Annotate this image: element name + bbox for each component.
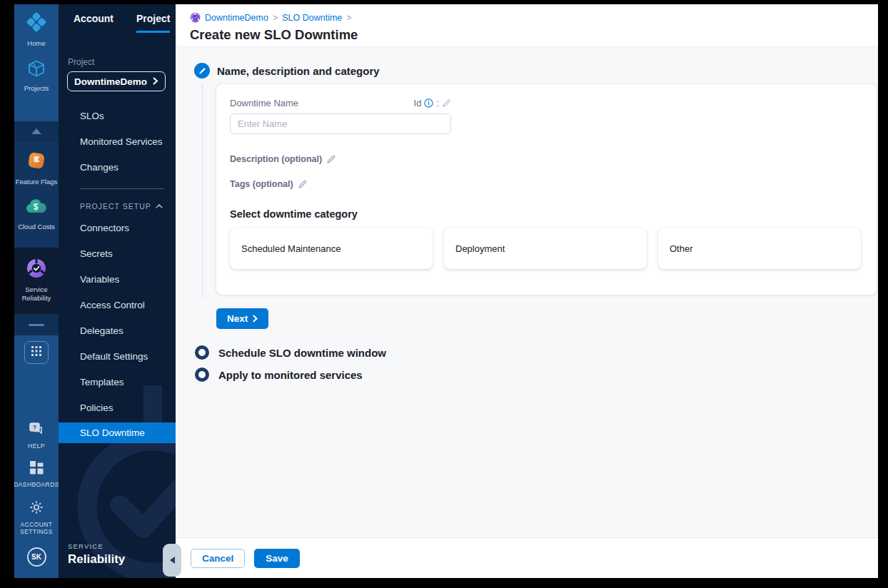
save-button[interactable]: Save bbox=[254, 549, 300, 568]
service-reliability-icon bbox=[26, 258, 47, 282]
nav-help[interactable]: ? HELP bbox=[28, 422, 45, 450]
sidebar-item-slos[interactable]: SLOs bbox=[59, 103, 176, 128]
module-name: Reliability bbox=[68, 552, 125, 567]
step-1-form-card: Downtime Name Id : Description (op bbox=[216, 84, 877, 295]
sidebar-item-variables[interactable]: Variables bbox=[59, 266, 176, 292]
nav-help-label: HELP bbox=[28, 442, 45, 450]
breadcrumb-section-link[interactable]: SLO Downtime bbox=[282, 13, 342, 23]
project-setup-section-header[interactable]: PROJECT SETUP bbox=[59, 192, 176, 215]
nav-home-label: Home bbox=[27, 39, 45, 48]
next-button-label: Next bbox=[227, 313, 248, 324]
step-2-bullet-icon bbox=[195, 345, 209, 360]
svg-text:$: $ bbox=[34, 201, 39, 211]
sidebar-item-changes[interactable]: Changes bbox=[59, 154, 176, 180]
dashboards-icon bbox=[30, 461, 44, 477]
step-2-title: Schedule SLO downtime window bbox=[218, 347, 386, 359]
rail-scroll-down[interactable] bbox=[14, 314, 59, 335]
tab-project[interactable]: Project bbox=[136, 13, 170, 33]
scope-tabs: Account Project bbox=[59, 4, 176, 33]
edit-description-pencil-icon bbox=[326, 154, 336, 164]
scroll-indicator-dash bbox=[29, 324, 44, 326]
description-toggle[interactable]: Description (optional) bbox=[230, 154, 861, 164]
rail-scroll-up[interactable] bbox=[14, 121, 59, 141]
nav-service-reliability-label: ServiceReliability bbox=[22, 285, 51, 303]
sidebar-item-policies[interactable]: Policies bbox=[59, 395, 176, 420]
sidebar-item-secrets[interactable]: Secrets bbox=[59, 240, 176, 266]
next-button[interactable]: Next bbox=[216, 308, 268, 329]
wizard-step-2-header[interactable]: Schedule SLO downtime window bbox=[195, 345, 878, 360]
project-selector[interactable]: DowntimeDemo bbox=[67, 71, 166, 91]
main-content: DowntimeDemo > SLO Downtime > Create new… bbox=[176, 4, 878, 578]
downtime-name-input[interactable] bbox=[230, 113, 451, 134]
collapse-left-icon bbox=[170, 557, 175, 564]
category-card-scheduled-maintenance[interactable]: Scheduled Maintenance bbox=[230, 228, 433, 269]
nav-projects[interactable]: Projects bbox=[14, 59, 59, 93]
gear-icon bbox=[29, 500, 44, 517]
nav-home[interactable]: Home bbox=[14, 11, 59, 48]
sidebar-item-default-settings[interactable]: Default Settings bbox=[59, 343, 176, 369]
category-card-other[interactable]: Other bbox=[658, 228, 861, 269]
name-label-row: Downtime Name Id : bbox=[230, 98, 451, 108]
id-group: Id : bbox=[414, 98, 451, 108]
edit-id-pencil-icon[interactable] bbox=[442, 98, 451, 108]
breadcrumb-project-link[interactable]: DowntimeDemo bbox=[205, 13, 268, 23]
tab-account[interactable]: Account bbox=[74, 13, 113, 33]
project-sidebar: Account Project Project DowntimeDemo SLO… bbox=[59, 4, 176, 578]
sidebar-item-access-control[interactable]: Access Control bbox=[59, 292, 176, 318]
nav-account-settings-label: ACCOUNTSETTINGS bbox=[20, 521, 53, 536]
breadcrumb-separator: > bbox=[273, 13, 278, 23]
wizard-body: Name, description and category Downtime … bbox=[176, 47, 878, 537]
nav-dashboards[interactable]: DASHBOARDS bbox=[14, 461, 59, 489]
wizard-step-3-header[interactable]: Apply to monitored services bbox=[195, 368, 878, 382]
svg-text:?: ? bbox=[33, 423, 36, 430]
help-icon: ? bbox=[29, 422, 44, 439]
rail-top-section: Home Projects bbox=[14, 4, 59, 121]
tags-label: Tags (optional) bbox=[230, 179, 293, 189]
nav-feature-flags[interactable]: Feature Flags bbox=[14, 150, 59, 186]
nav-dashboards-label: DASHBOARDS bbox=[14, 481, 59, 489]
cancel-button[interactable]: Cancel bbox=[191, 549, 245, 568]
srm-module-icon bbox=[190, 12, 201, 23]
sidebar-item-slo-downtime[interactable]: SLO Downtime bbox=[59, 422, 176, 443]
category-cards: Scheduled Maintenance Deployment Other bbox=[230, 228, 861, 269]
feature-flags-icon bbox=[26, 150, 47, 174]
breadcrumb: DowntimeDemo > SLO Downtime > bbox=[190, 12, 878, 23]
chevron-right-icon bbox=[153, 75, 158, 88]
chevron-right-icon bbox=[253, 315, 258, 323]
step-3-title: Apply to monitored services bbox=[218, 369, 363, 381]
chevron-up-icon bbox=[156, 204, 163, 208]
downtime-name-label: Downtime Name bbox=[230, 98, 298, 108]
step-1-title: Name, description and category bbox=[217, 65, 380, 77]
step-connector-line bbox=[202, 84, 203, 298]
nav-cloud-costs-label: Cloud Costs bbox=[18, 223, 55, 231]
wizard-step-1-header[interactable]: Name, description and category bbox=[194, 63, 878, 78]
module-title: SERVICE Reliability bbox=[68, 542, 125, 567]
project-field-label: Project bbox=[68, 57, 176, 67]
description-label: Description (optional) bbox=[230, 154, 322, 164]
nav-cloud-costs[interactable]: $ Cloud Costs bbox=[14, 198, 59, 231]
category-card-deployment[interactable]: Deployment bbox=[444, 228, 647, 269]
projects-icon bbox=[27, 59, 46, 81]
page-title: Create new SLO Downtime bbox=[190, 27, 878, 43]
app-window: Home Projects Feature Flags $ bbox=[14, 4, 878, 578]
tags-toggle[interactable]: Tags (optional) bbox=[230, 179, 861, 189]
module-picker-button[interactable] bbox=[24, 341, 49, 364]
edit-tags-pencil-icon bbox=[298, 179, 308, 189]
user-avatar[interactable]: SK bbox=[27, 547, 46, 567]
info-icon[interactable] bbox=[424, 98, 433, 108]
cloud-costs-icon: $ bbox=[25, 198, 48, 219]
module-picker-grid-icon bbox=[31, 346, 41, 359]
sidebar-item-delegates[interactable]: Delegates bbox=[59, 318, 176, 343]
sidebar-item-templates[interactable]: Templates bbox=[59, 369, 176, 395]
rail-bottom-section: ? HELP DASHBOARDS ACCOUNTSETTINGS SK bbox=[14, 335, 59, 578]
sidebar-collapse-handle[interactable] bbox=[163, 544, 181, 577]
upcoming-steps: Schedule SLO downtime window Apply to mo… bbox=[194, 345, 878, 382]
nav-service-reliability[interactable]: ServiceReliability bbox=[14, 258, 59, 303]
sidebar-item-monitored-services[interactable]: Monitored Services bbox=[59, 128, 176, 154]
module-kicker: SERVICE bbox=[68, 542, 125, 550]
sidebar-item-connectors[interactable]: Connectors bbox=[59, 215, 176, 240]
nav-account-settings[interactable]: ACCOUNTSETTINGS bbox=[20, 500, 53, 536]
module-rail: Home Projects Feature Flags $ bbox=[14, 4, 59, 578]
step-edit-icon bbox=[194, 63, 210, 78]
project-selector-value: DowntimeDemo bbox=[74, 76, 153, 87]
